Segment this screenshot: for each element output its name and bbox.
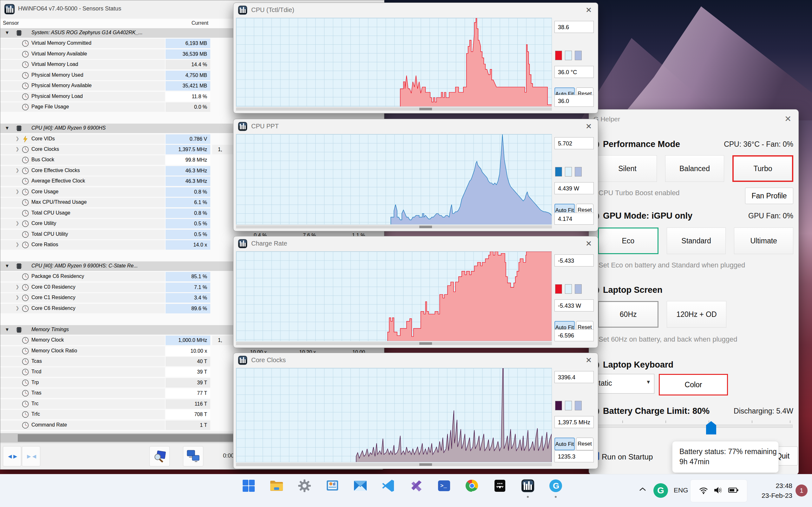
graph-plot-area[interactable] — [236, 251, 552, 341]
close-icon[interactable]: ✕ — [584, 355, 594, 365]
close-icon[interactable]: ✕ — [584, 122, 594, 131]
vscode-taskbar-icon[interactable] — [381, 479, 395, 493]
battery-limit-slider[interactable] — [594, 425, 793, 428]
start-taskbar-icon[interactable] — [242, 479, 256, 493]
close-icon[interactable]: ✕ — [784, 114, 792, 124]
graph-scrollbar[interactable] — [236, 225, 552, 228]
scrollbar-thumb[interactable] — [419, 108, 432, 110]
gpu-option-eco[interactable]: Eco — [598, 228, 658, 254]
hwinfo-taskbar-icon[interactable] — [521, 479, 535, 493]
column-sensor[interactable]: Sensor — [3, 20, 19, 26]
graph-side-panel: 38.636.0 °CAuto FitReset36.0 — [554, 18, 596, 111]
reset-button[interactable]: Reset — [576, 438, 594, 450]
graph-plot-area[interactable] — [236, 134, 552, 225]
clock[interactable]: 23:48 23-Feb-23 — [754, 481, 792, 500]
graph-title: CPU (Tctl/Tdie) — [251, 6, 294, 14]
grid-color-swatch[interactable] — [575, 51, 582, 60]
grid-color-swatch[interactable] — [575, 401, 582, 410]
remote-monitoring-button[interactable] — [183, 446, 203, 466]
chevron-right-icon[interactable]: ❯ — [15, 221, 19, 226]
scrollbar-thumb[interactable] — [419, 342, 432, 345]
series-color-swatch[interactable] — [555, 167, 562, 176]
collapse-columns-button[interactable]: ►◄ — [22, 446, 40, 466]
sensor-name-cell: Trc — [0, 399, 165, 409]
visualstudio-taskbar-icon[interactable] — [409, 479, 423, 493]
graph-scrollbar[interactable] — [236, 463, 552, 466]
background-color-swatch[interactable] — [565, 51, 572, 60]
keyboard-mode-select[interactable]: Static ▼ — [589, 374, 654, 394]
tooltip-line1: Battery status: 77% remaining — [679, 447, 778, 457]
chevron-right-icon[interactable]: ❯ — [15, 295, 19, 300]
background-color-swatch[interactable] — [565, 284, 572, 294]
graph-plot-area[interactable] — [236, 368, 552, 462]
screen-heading: Laptop Screen — [603, 285, 663, 295]
chrome-taskbar-icon[interactable] — [465, 479, 479, 493]
blackapp-taskbar-icon[interactable] — [493, 479, 507, 493]
sensor-current-value: 0.5 % — [165, 219, 210, 228]
chevron-right-icon[interactable]: ❯ — [15, 189, 19, 194]
performance-option-balanced[interactable]: Balanced — [665, 155, 724, 182]
screen-option-60hz[interactable]: 60Hz — [598, 301, 658, 328]
graph-min-label: 36.0 — [554, 95, 594, 107]
scrollbar-thumb[interactable] — [419, 226, 432, 228]
system-summary-button[interactable] — [149, 446, 170, 466]
monitor-taskbar-icon[interactable] — [325, 479, 339, 493]
svg-text:G: G — [553, 481, 559, 491]
terminal-taskbar-icon[interactable]: >_ — [437, 479, 451, 493]
performance-option-turbo[interactable]: Turbo — [732, 155, 793, 182]
chevron-right-icon[interactable]: ❯ — [15, 242, 19, 247]
graph-titlebar[interactable]: Charge Rate✕ — [234, 236, 598, 251]
explorer-taskbar-icon[interactable] — [270, 479, 284, 493]
ghelper-taskbar-icon[interactable]: G — [549, 479, 563, 493]
graph-scrollbar[interactable] — [236, 107, 552, 111]
language-indicator[interactable]: ENG — [674, 487, 688, 494]
column-current[interactable]: Current — [165, 20, 208, 26]
graph-plot-area[interactable] — [236, 18, 552, 107]
chevron-right-icon[interactable]: ❯ — [15, 284, 19, 289]
grammarly-tray-icon[interactable]: G — [653, 483, 668, 498]
series-color-swatch[interactable] — [555, 51, 562, 60]
notification-badge[interactable]: 1 — [796, 485, 808, 497]
performance-option-silent[interactable]: Silent — [598, 155, 657, 182]
clock-icon — [22, 294, 29, 301]
battery-status-tooltip: Battery status: 77% remaining 9h 47min — [672, 441, 779, 473]
sensor-current-value: 1,000.0 MHz — [165, 336, 210, 345]
graph-titlebar[interactable]: Core Clocks✕ — [234, 353, 598, 368]
graph-titlebar[interactable]: CPU (Tctl/Tdie)✕ — [234, 3, 598, 17]
screen-option-120hz-od[interactable]: 120Hz + OD — [667, 301, 726, 328]
slider-handle[interactable] — [706, 421, 716, 435]
tray-overflow-chevron-icon[interactable] — [639, 487, 646, 493]
chevron-down-icon[interactable]: ▼ — [5, 263, 9, 268]
keyboard-color-button[interactable]: Color — [659, 374, 728, 395]
chip-icon — [15, 263, 22, 270]
gpu-option-ultimate[interactable]: Ultimate — [734, 228, 793, 254]
background-color-swatch[interactable] — [565, 401, 572, 410]
chevron-right-icon[interactable]: ❯ — [15, 147, 19, 152]
chevron-down-icon[interactable]: ▼ — [5, 327, 9, 332]
settings-taskbar-icon[interactable] — [298, 479, 311, 493]
series-color-swatch[interactable] — [555, 284, 562, 294]
graph-scrollbar[interactable] — [236, 342, 552, 345]
scrollbar-thumb[interactable] — [419, 463, 432, 466]
grid-color-swatch[interactable] — [575, 167, 582, 176]
chevron-down-icon[interactable]: ▼ — [5, 30, 9, 35]
chevron-right-icon[interactable]: ❯ — [15, 305, 19, 311]
chevron-right-icon[interactable]: ❯ — [15, 168, 19, 173]
sensor-name-cell: Bus Clock — [0, 155, 165, 165]
mail-taskbar-icon[interactable] — [353, 479, 367, 493]
graph-title: Core Clocks — [251, 356, 286, 364]
grid-color-swatch[interactable] — [575, 284, 582, 294]
expand-columns-button[interactable]: ◄► — [3, 446, 21, 466]
series-color-swatch[interactable] — [555, 401, 562, 410]
close-icon[interactable]: ✕ — [584, 239, 594, 248]
graph-titlebar[interactable]: CPU PPT✕ — [234, 119, 598, 134]
auto-fit-button[interactable]: Auto Fit — [554, 438, 575, 450]
sensor-label: Core C1 Residency — [32, 295, 75, 300]
quick-settings-group[interactable] — [690, 480, 747, 502]
background-color-swatch[interactable] — [565, 167, 572, 176]
chevron-right-icon[interactable]: ❯ — [15, 136, 19, 141]
chevron-down-icon[interactable]: ▼ — [5, 125, 9, 130]
fan-profile-button[interactable]: Fan Profile — [745, 187, 793, 204]
close-icon[interactable]: ✕ — [584, 5, 594, 15]
gpu-option-standard[interactable]: Standard — [667, 228, 726, 254]
